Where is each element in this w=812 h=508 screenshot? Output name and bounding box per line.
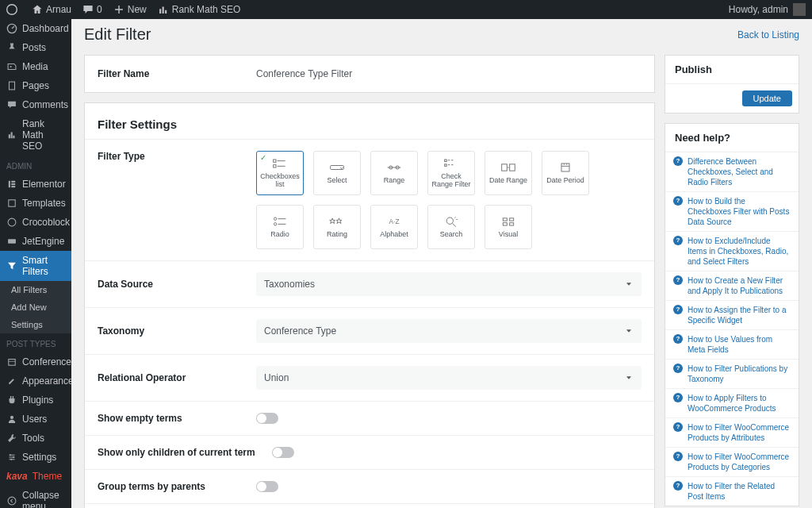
help-link-7[interactable]: How to Apply Filters to WooCommerce Prod… — [665, 389, 799, 418]
help-link-4[interactable]: How to Assign the Filter to a Specific W… — [665, 301, 799, 330]
group-parents-label: Group terms by parents — [98, 481, 256, 492]
filter-type-select[interactable]: Select — [313, 151, 361, 195]
comments-link[interactable]: 0 — [82, 4, 102, 16]
taxonomy-select[interactable]: Conference Type — [256, 319, 642, 343]
publish-title: Publish — [665, 56, 799, 84]
help-link-8[interactable]: How to Filter WooCommerce Products by At… — [665, 418, 799, 448]
help-link-1[interactable]: How to Build the Checkboxes Filter with … — [665, 192, 799, 232]
svg-rect-10 — [8, 239, 16, 244]
svg-rect-24 — [502, 164, 508, 171]
sidebar-item-media[interactable]: Media — [0, 57, 71, 76]
filter-type-date-period[interactable]: Date Period — [542, 151, 589, 195]
help-link-9[interactable]: How to Filter WooCommerce Products by Ca… — [665, 448, 799, 477]
filter-name-input[interactable] — [256, 67, 642, 81]
help-link-10[interactable]: How to Filter the Related Post Items — [665, 477, 799, 506]
data-source-label: Data Source — [98, 279, 256, 290]
page-title: Edit Filter — [84, 25, 151, 44]
new-link[interactable]: New — [113, 4, 147, 16]
svg-rect-4 — [9, 181, 10, 187]
help-link-2[interactable]: How to Exclude/Include Items in Checkbox… — [665, 232, 799, 271]
sidebar-item-collapse[interactable]: Collapse menu — [0, 486, 71, 508]
sidebar-item-posts[interactable]: Posts — [0, 38, 71, 57]
filter-type-check-range-filter[interactable]: Check Range Filter — [427, 151, 475, 195]
sidebar-item-rankmath[interactable]: Rank Math SEO — [0, 114, 71, 156]
question-icon — [673, 236, 683, 245]
sidebar-item-dashboard[interactable]: Dashboard — [0, 19, 71, 38]
question-icon — [673, 422, 683, 432]
show-empty-label: Show empty terms — [98, 413, 256, 424]
filter-name-label: Filter Name — [98, 68, 256, 79]
filter-type-search[interactable]: Search — [427, 205, 475, 249]
group-parents-toggle[interactable] — [256, 481, 278, 492]
help-link-3[interactable]: How to Create a New Filter and Apply It … — [665, 271, 799, 301]
question-icon — [673, 196, 683, 206]
help-title: Need help? — [665, 124, 799, 152]
svg-rect-33 — [503, 223, 507, 225]
show-empty-toggle[interactable] — [256, 413, 278, 424]
sidebar-item-plugins[interactable]: Plugins — [0, 391, 71, 410]
svg-point-27 — [274, 217, 277, 220]
question-icon — [673, 305, 683, 314]
filter-type-rating[interactable]: Rating — [313, 205, 361, 249]
filter-type-range[interactable]: Range — [370, 151, 418, 195]
svg-rect-23 — [445, 164, 447, 167]
svg-point-30 — [446, 217, 453, 224]
question-icon — [673, 481, 683, 491]
svg-point-15 — [10, 459, 12, 460]
filter-type-checkboxes-list[interactable]: Checkboxes list — [256, 151, 304, 195]
site-link[interactable]: Arnau — [32, 4, 71, 16]
help-link-6[interactable]: How to Filter Publications by Taxonomy — [665, 360, 799, 389]
sidebar-item-elementor[interactable]: Elementor — [0, 175, 71, 194]
sidebar-item-settings[interactable]: Settings — [0, 448, 71, 467]
question-icon — [673, 364, 683, 373]
svg-rect-18 — [274, 165, 276, 167]
filter-type-alphabet[interactable]: A·ZAlphabet — [370, 205, 418, 249]
filter-settings-title: Filter Settings — [85, 103, 654, 140]
filter-type-visual[interactable]: Visual — [485, 205, 532, 249]
svg-rect-26 — [561, 164, 569, 171]
help-link-0[interactable]: Difference Between Checkboxes, Select an… — [665, 152, 799, 192]
relational-select[interactable]: Union — [256, 366, 642, 390]
show-children-label: Show only children of current term — [98, 447, 272, 458]
filter-type-radio[interactable]: Radio — [256, 205, 304, 249]
svg-rect-5 — [11, 181, 15, 183]
svg-rect-11 — [9, 360, 15, 366]
data-source-select[interactable]: Taxonomies — [256, 272, 642, 296]
rankmath-link[interactable]: Rank Math SEO — [158, 4, 241, 16]
taxonomy-label: Taxonomy — [98, 325, 256, 337]
sidebar-item-smartfilters[interactable]: Smart Filters — [0, 251, 71, 281]
update-button[interactable]: Update — [742, 90, 792, 106]
svg-rect-8 — [9, 200, 15, 206]
sidebar-item-comments[interactable]: Comments — [0, 95, 71, 114]
question-icon — [673, 334, 683, 344]
sidebar-item-jetengine[interactable]: JetEngine — [0, 232, 71, 251]
sidebar-sub-0[interactable]: All Filters — [0, 281, 71, 298]
sidebar-item-pages[interactable]: Pages — [0, 76, 71, 95]
svg-point-13 — [10, 454, 11, 456]
question-icon — [673, 452, 683, 461]
avatar[interactable] — [793, 3, 806, 16]
sidebar-item-crocoblock[interactable]: Crocoblock — [0, 213, 71, 232]
sidebar-item-conference[interactable]: Conference — [0, 352, 71, 371]
howdy-text[interactable]: Howdy, admin — [729, 4, 788, 15]
filter-type-date-range[interactable]: Date Range — [485, 151, 532, 195]
show-children-toggle[interactable] — [272, 447, 294, 458]
filter-type-label: Filter Type — [98, 151, 256, 162]
sidebar-sub-1[interactable]: Add New — [0, 298, 71, 316]
help-link-5[interactable]: How to Use Values from Meta Fields — [665, 330, 799, 360]
svg-point-2 — [10, 66, 12, 67]
back-link[interactable]: Back to Listing — [737, 29, 799, 40]
wp-logo[interactable] — [6, 4, 21, 16]
sidebar-item-templates[interactable]: Templates — [0, 194, 71, 213]
sidebar-item-theme[interactable]: kavaTheme — [0, 467, 71, 486]
svg-point-0 — [7, 5, 17, 15]
svg-rect-6 — [11, 183, 15, 185]
sidebar-item-users[interactable]: Users — [0, 410, 71, 429]
sidebar-item-tools[interactable]: Tools — [0, 429, 71, 448]
svg-rect-3 — [10, 82, 15, 90]
question-icon — [673, 156, 683, 166]
question-icon — [673, 275, 683, 285]
sidebar-sub-2[interactable]: Settings — [0, 316, 71, 333]
svg-point-9 — [8, 218, 16, 226]
sidebar-item-appearance[interactable]: Appearance — [0, 371, 71, 391]
